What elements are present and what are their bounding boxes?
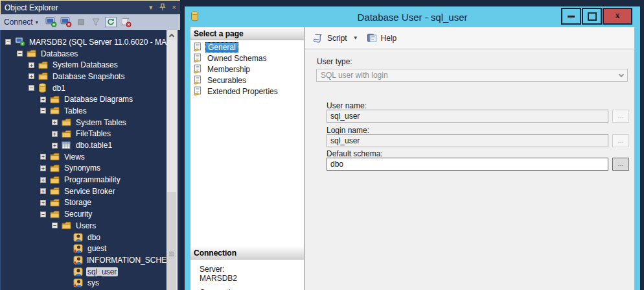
tree-item[interactable]: guest [1,243,167,254]
chevron-down-icon [619,71,624,77]
script-x-icon[interactable] [119,16,132,28]
tree-item[interactable]: − db1 [1,82,167,94]
connect-button[interactable]: Connect [4,18,33,27]
tree-item[interactable]: + Service Broker [1,186,167,197]
expand-toggle-icon[interactable]: + [29,73,34,79]
user-type-select[interactable]: SQL user with login [316,69,628,82]
tree-item[interactable]: − Security [1,208,167,220]
tree-item[interactable]: + Database Snapshots [1,71,167,82]
close-icon[interactable]: × [172,4,176,11]
page-list-item[interactable]: Membership [190,64,304,75]
page-icon [193,53,203,63]
page-item-label: Owned Schemas [205,54,268,63]
pin-icon[interactable] [159,3,166,12]
tree-item-label: Views [63,152,86,162]
page-icon [193,86,203,96]
tree-item[interactable]: − MARSDB2 (SQL Server 11.0.6020 - MARSD [1,36,167,48]
tree-item[interactable]: + System Databases [1,59,167,71]
help-button[interactable]: Help [381,34,397,43]
dialog-body: Select a page General Owned Schemas Memb… [190,27,634,290]
default-schema-label: Default schema: [327,149,383,158]
tree-item-label: Tables [63,106,88,115]
expand-toggle-icon[interactable]: + [40,165,46,171]
stop-icon[interactable] [75,16,87,28]
folder-icon [50,210,60,219]
tree-item[interactable]: + Database Diagrams [1,93,167,105]
expand-toggle-icon[interactable]: + [52,131,58,137]
expand-toggle-icon[interactable]: − [17,51,23,56]
expand-toggle-icon[interactable]: + [29,62,34,68]
script-dropdown-icon[interactable]: ▼ [353,35,358,41]
expand-toggle-icon[interactable]: − [29,85,34,91]
expand-toggle-icon[interactable]: − [5,39,11,45]
maximize-button[interactable] [582,8,602,25]
select-page-header: Select a page [190,27,304,40]
folder-icon [62,221,72,230]
disconnect-server-icon[interactable] [60,16,73,28]
expand-toggle-icon[interactable]: + [40,177,46,183]
tree-item-label: db1 [51,84,67,93]
tree-item[interactable]: + Views [1,151,167,163]
tree-item[interactable]: + Storage [1,197,167,209]
script-button[interactable]: Script [327,34,347,43]
filter-icon[interactable] [89,16,102,28]
refresh-icon[interactable] [104,16,117,28]
login-name-field[interactable] [327,134,608,147]
close-button[interactable] [603,8,632,25]
user-icon [73,233,84,242]
tree-item[interactable]: + Synonyms [1,163,167,175]
tree-item[interactable]: sql_user [1,266,167,278]
expand-toggle-icon[interactable]: − [52,223,58,228]
tree-item[interactable]: − Users [1,220,167,232]
tree-item[interactable]: dbo [1,232,167,243]
page-icon [193,75,203,85]
expand-toggle-icon[interactable]: + [52,119,58,125]
folder-icon [38,61,49,69]
tree-item[interactable]: − Tables [1,105,167,117]
expand-toggle-icon[interactable]: + [52,143,58,149]
user-name-browse-button[interactable]: ... [612,110,629,123]
dialog-titlebar[interactable]: Database User - sql_user [185,6,640,27]
select-page-pane: Select a page General Owned Schemas Memb… [190,27,305,290]
tree-item-label: guest [86,244,108,253]
expand-toggle-icon[interactable]: + [40,97,46,103]
object-explorer-titlebar: Object Explorer ▾ × [0,0,180,14]
tree-item[interactable]: + FileTables [1,128,167,140]
tree-item[interactable]: + dbo.table1 [1,139,167,151]
connect-dropdown-icon[interactable]: ▾ [36,19,38,25]
scrollbar-thumb[interactable] [167,192,176,290]
page-list-item[interactable]: Extended Properties [190,86,304,97]
tree-item[interactable]: sys [1,277,167,289]
connect-server-icon[interactable] [45,16,58,28]
tree-item[interactable]: − Databases [1,48,167,60]
page-list-item[interactable]: General [190,42,304,53]
tree-item[interactable]: INFORMATION_SCHEM [1,254,167,266]
page-item-label: General [205,42,238,53]
page-item-label: Membership [205,65,252,74]
tree-item[interactable]: + Programmability [1,174,167,186]
tree-scrollbar[interactable] [167,30,177,290]
expand-toggle-icon[interactable]: − [40,211,46,217]
scrollbar-up-icon[interactable] [167,30,177,40]
user-type-value: SQL user with login [321,71,619,80]
login-name-browse-button[interactable]: ... [612,134,629,147]
expand-toggle-icon[interactable]: − [40,108,46,114]
default-schema-browse-button[interactable]: ... [612,158,629,171]
expand-toggle-icon[interactable]: + [40,154,46,160]
page-list-item[interactable]: Owned Schemas [190,53,304,64]
user-name-field[interactable] [327,110,608,123]
object-explorer-toolbar: Connect ▾ [0,14,180,30]
expand-toggle-icon[interactable]: + [40,188,46,194]
tree-item-label: Security [63,210,93,219]
minimize-button[interactable] [561,8,581,25]
expand-toggle-icon[interactable]: + [40,200,46,206]
login-name-label: Login name: [327,126,369,135]
folder-icon [38,72,49,80]
connection-section: Connection Server: MARSDB2 Connection: [190,247,304,290]
tree-item[interactable]: + System Tables [1,117,167,128]
page-list-item[interactable]: Securables [190,75,304,86]
tree-item-label: Database Snapshots [51,72,126,81]
user-name-label: User name: [327,101,367,110]
default-schema-field[interactable] [327,158,608,171]
window-position-icon[interactable]: ▾ [149,4,153,11]
